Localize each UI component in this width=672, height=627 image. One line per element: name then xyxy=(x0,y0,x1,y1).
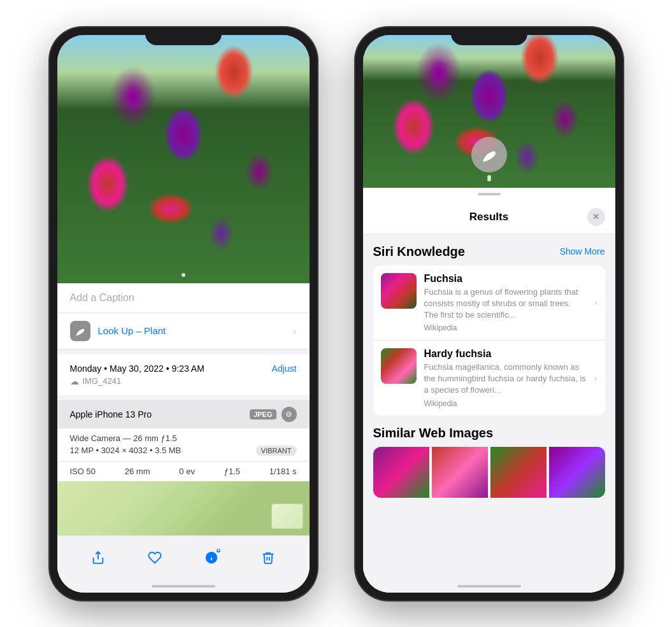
similar-image-3[interactable] xyxy=(490,447,547,498)
meta-date: Monday • May 30, 2022 • 9:23 AM xyxy=(70,363,204,374)
knowledge-item-hardy[interactable]: Hardy fuchsia Fuchsia magellanica, commo… xyxy=(373,341,605,416)
favorite-button[interactable] xyxy=(142,545,168,570)
bottom-toolbar: ✦ xyxy=(57,535,310,580)
jpeg-badge: JPEG xyxy=(250,409,276,419)
similar-web-title: Similar Web Images xyxy=(373,426,605,440)
hardy-text: Hardy fuchsia Fuchsia magellanica, commo… xyxy=(424,348,587,408)
fuchsia-source: Wikipedia xyxy=(424,323,587,332)
lookup-text: Look Up – Plant xyxy=(98,325,166,336)
meta-section: Monday • May 30, 2022 • 9:23 AM Adjust ☁… xyxy=(57,355,310,395)
exif-shutter: 1/181 s xyxy=(269,467,297,476)
exif-row: ISO 50 26 mm 0 ev ƒ1.5 1/181 s xyxy=(57,461,310,481)
lookup-subject: Plant xyxy=(144,325,166,336)
right-home-indicator xyxy=(363,580,615,593)
fuchsia-description: Fuchsia is a genus of flowering plants t… xyxy=(424,286,587,321)
results-panel: Results ✕ Siri Knowledge Show More Fuchs… xyxy=(363,188,615,593)
share-icon xyxy=(91,551,105,565)
filename-text: IMG_4241 xyxy=(83,376,122,386)
right-phone: Results ✕ Siri Knowledge Show More Fuchs… xyxy=(355,27,623,600)
map-area[interactable] xyxy=(57,481,310,535)
home-bar xyxy=(152,585,215,588)
device-name: Apple iPhone 13 Pro xyxy=(70,409,152,419)
right-notch xyxy=(451,27,527,45)
flower-photo xyxy=(57,35,310,283)
camera-mp: 12 MP • 3024 × 4032 • 3.5 MB VIBRANT xyxy=(70,446,297,456)
device-section: Apple iPhone 13 Pro JPEG ⚙ xyxy=(57,400,310,428)
gear-icon[interactable]: ⚙ xyxy=(282,407,297,422)
hardy-chevron: › xyxy=(594,373,597,383)
knowledge-card: Fuchsia Fuchsia is a genus of flowering … xyxy=(373,265,605,416)
exif-iso: ISO 50 xyxy=(70,467,96,476)
similar-image-1[interactable] xyxy=(373,447,429,498)
info-badge: ✦ xyxy=(215,547,222,554)
siri-leaf-icon xyxy=(480,146,498,164)
exif-aperture: ƒ1.5 xyxy=(224,467,240,476)
delete-button[interactable] xyxy=(255,545,281,570)
hardy-source: Wikipedia xyxy=(424,399,587,408)
megapixels-text: 12 MP • 3024 × 4032 • 3.5 MB xyxy=(70,446,182,455)
similar-web-section: Similar Web Images xyxy=(373,426,605,498)
notch xyxy=(145,27,222,45)
hardy-thumbnail xyxy=(381,348,417,384)
hardy-name: Hardy fuchsia xyxy=(424,348,587,360)
close-button[interactable]: ✕ xyxy=(587,208,605,226)
trash-icon xyxy=(261,551,275,565)
left-phone: Add a Caption Look Up – Plant › Monday •… xyxy=(50,27,317,600)
lookup-icon xyxy=(70,321,90,341)
lookup-row[interactable]: Look Up – Plant › xyxy=(57,313,310,349)
photo-area[interactable] xyxy=(57,35,310,283)
cloud-icon: ☁ xyxy=(70,376,79,386)
vibrant-badge: VIBRANT xyxy=(256,446,297,456)
photo-dot-indicator xyxy=(182,273,185,277)
drag-handle[interactable] xyxy=(478,193,501,195)
home-indicator xyxy=(57,580,310,593)
right-screen: Results ✕ Siri Knowledge Show More Fuchs… xyxy=(363,35,615,593)
siri-knowledge-title: Siri Knowledge xyxy=(373,244,465,259)
exif-ev: 0 ev xyxy=(179,467,195,476)
show-more-button[interactable]: Show More xyxy=(560,246,605,257)
info-panel: Add a Caption Look Up – Plant › Monday •… xyxy=(57,283,310,593)
fuchsia-text: Fuchsia Fuchsia is a genus of flowering … xyxy=(424,273,587,333)
knowledge-item-fuchsia[interactable]: Fuchsia Fuchsia is a genus of flowering … xyxy=(373,265,605,341)
hardy-description: Fuchsia magellanica, commonly known as t… xyxy=(424,362,587,397)
leaf-icon xyxy=(75,325,86,337)
info-button[interactable]: ✦ xyxy=(199,545,224,570)
map-thumbnail xyxy=(271,504,303,529)
meta-filename: ☁ IMG_4241 xyxy=(70,376,297,386)
results-title: Results xyxy=(391,211,587,223)
results-scroll[interactable]: Siri Knowledge Show More Fuchsia Fuchsia… xyxy=(363,234,615,580)
camera-model: Wide Camera — 26 mm ƒ1.5 xyxy=(70,433,297,443)
similar-image-2[interactable] xyxy=(432,447,488,498)
right-photo-dot xyxy=(487,178,491,181)
right-photo-area[interactable] xyxy=(363,35,615,188)
siri-knowledge-header: Siri Knowledge Show More xyxy=(373,244,605,259)
share-button[interactable] xyxy=(85,545,111,570)
lookup-chevron: › xyxy=(294,326,297,336)
lookup-label: Look Up – xyxy=(98,325,145,336)
device-badges: JPEG ⚙ xyxy=(250,407,296,422)
adjust-button[interactable]: Adjust xyxy=(272,363,297,374)
fuchsia-name: Fuchsia xyxy=(424,273,587,285)
caption-input[interactable]: Add a Caption xyxy=(57,283,310,313)
exif-focal: 26 mm xyxy=(125,467,150,476)
left-screen: Add a Caption Look Up – Plant › Monday •… xyxy=(57,35,310,593)
siri-bubble xyxy=(471,137,507,173)
fuchsia-chevron: › xyxy=(594,297,597,307)
results-header: Results ✕ xyxy=(363,201,615,234)
heart-icon xyxy=(148,551,162,565)
right-home-bar xyxy=(457,585,521,588)
meta-date-row: Monday • May 30, 2022 • 9:23 AM Adjust xyxy=(70,363,297,374)
similar-image-4[interactable] xyxy=(549,447,605,498)
camera-specs: Wide Camera — 26 mm ƒ1.5 12 MP • 3024 × … xyxy=(57,428,310,461)
fuchsia-thumbnail xyxy=(381,273,417,309)
similar-images-grid xyxy=(373,447,605,498)
